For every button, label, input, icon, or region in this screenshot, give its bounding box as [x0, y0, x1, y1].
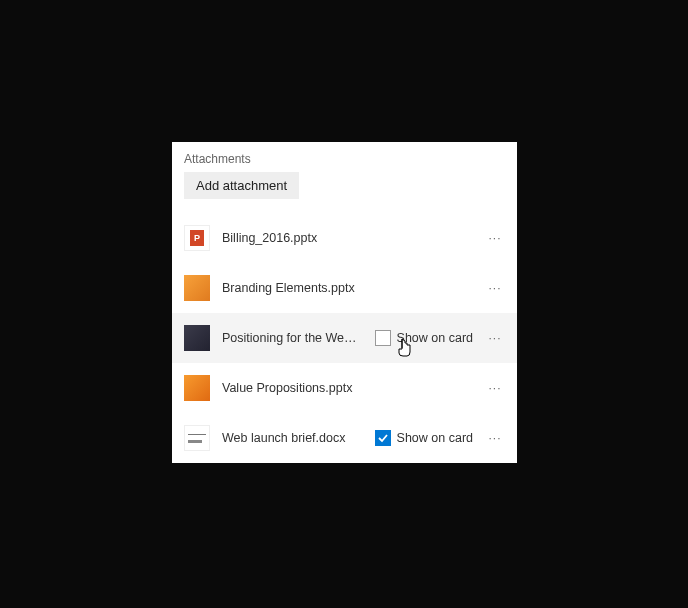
- panel-header: Attachments Add attachment: [172, 142, 517, 203]
- attachment-row[interactable]: Value Propositions.pptx···: [172, 363, 517, 413]
- show-on-card-toggle[interactable]: Show on card: [375, 430, 473, 446]
- show-on-card-label: Show on card: [397, 331, 473, 345]
- attachments-panel: Attachments Add attachment PBilling_2016…: [172, 142, 517, 463]
- file-thumbnail: [184, 425, 210, 451]
- attachment-row[interactable]: Positioning for the Web.pptxShow on card…: [172, 313, 517, 363]
- more-options-button[interactable]: ···: [485, 281, 505, 295]
- filename-label: Value Propositions.pptx: [222, 381, 473, 395]
- attachment-row[interactable]: Branding Elements.pptx···: [172, 263, 517, 313]
- more-options-button[interactable]: ···: [485, 331, 505, 345]
- show-on-card-checkbox[interactable]: [375, 330, 391, 346]
- file-thumbnail: [184, 375, 210, 401]
- file-thumbnail: [184, 325, 210, 351]
- attachment-list: PBilling_2016.pptx···Branding Elements.p…: [172, 203, 517, 463]
- filename-label: Web launch brief.docx: [222, 431, 363, 445]
- more-options-button[interactable]: ···: [485, 381, 505, 395]
- file-thumbnail: [184, 275, 210, 301]
- panel-title: Attachments: [184, 152, 505, 172]
- show-on-card-toggle[interactable]: Show on card: [375, 330, 473, 346]
- filename-label: Billing_2016.pptx: [222, 231, 473, 245]
- more-options-button[interactable]: ···: [485, 231, 505, 245]
- show-on-card-checkbox[interactable]: [375, 430, 391, 446]
- more-options-button[interactable]: ···: [485, 431, 505, 445]
- add-attachment-button[interactable]: Add attachment: [184, 172, 299, 199]
- filename-label: Positioning for the Web.pptx: [222, 331, 363, 345]
- attachment-row[interactable]: PBilling_2016.pptx···: [172, 213, 517, 263]
- file-thumbnail: P: [184, 225, 210, 251]
- filename-label: Branding Elements.pptx: [222, 281, 473, 295]
- show-on-card-label: Show on card: [397, 431, 473, 445]
- attachment-row[interactable]: Web launch brief.docxShow on card···: [172, 413, 517, 463]
